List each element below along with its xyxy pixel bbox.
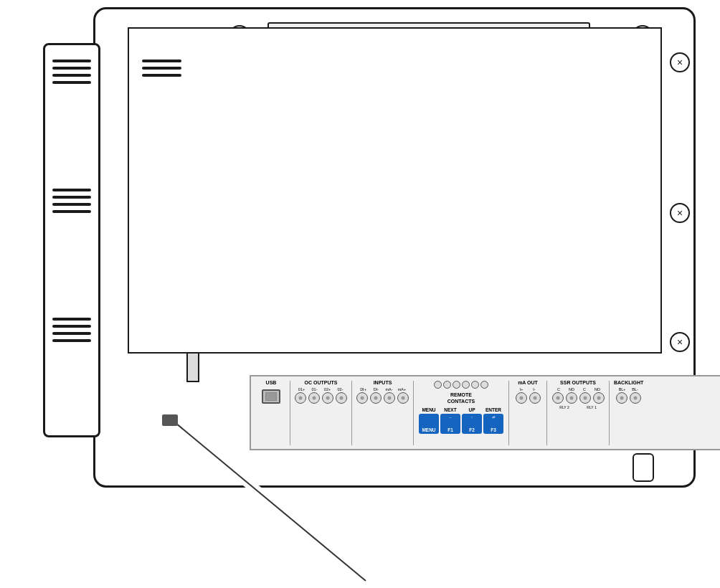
oc-sublabel-1: 01-: [309, 387, 321, 392]
backlight-sublabel-0: BL+: [617, 387, 628, 392]
next-top-label: NEXT: [440, 407, 460, 412]
ma-out-sublabels: I+ I-: [516, 387, 540, 392]
oc-terminal-3: [336, 392, 347, 404]
ssr-terminal-2: [579, 392, 591, 404]
backlight-terminals: [616, 392, 641, 404]
rc-dot-4: [471, 381, 479, 389]
oc-sublabel-3: 02-: [335, 387, 346, 392]
remote-buttons-section: REMOTECONTACTS MENU NEXT UP ENTER MENU: [418, 379, 504, 434]
btn-top-labels: MENU NEXT UP ENTER: [419, 407, 503, 412]
vent-lines-top: [142, 60, 181, 81]
left-side-panel: [43, 43, 100, 437]
ma-out-terminal-0: [516, 392, 527, 404]
oc-sublabels: 01+ 01- 02+ 02-: [296, 387, 346, 392]
menu-btn-label: MENU: [422, 427, 435, 432]
backlight-label: BACKLIGHT: [614, 379, 643, 386]
ssr-sublabels-top: C NO C NO: [553, 387, 603, 392]
remote-contacts-label: REMOTECONTACTS: [447, 392, 475, 404]
backlight-sublabel-1: BL-: [630, 387, 641, 392]
oc-terminal-1: [308, 392, 320, 404]
f2-arrow: ↑: [471, 415, 473, 419]
ssr-sublabel-1: NO: [566, 387, 577, 392]
usb-label: USB: [266, 379, 277, 386]
oc-outputs-label: OC OUTPUTS: [305, 379, 338, 386]
inputs-sublabel-3: mA+: [397, 387, 408, 392]
rc-dot-1: [443, 381, 451, 389]
usb-section: USB: [257, 379, 285, 406]
oc-terminal-0: [295, 392, 306, 404]
inputs-section: INPUTS DI+ DI- mA- mA+: [356, 379, 409, 404]
f2-button[interactable]: ↑ F2: [462, 414, 482, 434]
f3-btn-label: F3: [491, 427, 496, 432]
screw-right-middle: [670, 203, 690, 223]
enter-top-label: ENTER: [483, 407, 503, 412]
inputs-terminal-0: [356, 392, 368, 404]
ma-out-sublabel-1: I-: [529, 387, 540, 392]
inputs-sublabels: DI+ DI- mA- mA+: [358, 387, 408, 392]
inputs-sublabel-2: mA-: [384, 387, 395, 392]
f1-button[interactable]: → F1: [440, 414, 460, 434]
ssr-terminal-1: [566, 392, 577, 404]
ssr-terminals: [552, 392, 605, 404]
ssr-sublabel-0: C: [553, 387, 564, 392]
f2-btn-label: F2: [469, 427, 475, 432]
inputs-terminals: [356, 392, 409, 404]
bottom-right-notch: [633, 453, 654, 482]
inputs-sublabel-1: DI-: [371, 387, 382, 392]
rc-dot-2: [453, 381, 460, 389]
main-container: USB OC OUTPUTS 01+ 01- 02+ 02-: [0, 0, 720, 588]
ssr-outputs-section: SSR OUTPUTS C NO C NO RLY 2 RLY 1: [551, 379, 605, 410]
ssr-terminal-3: [593, 392, 605, 404]
ma-out-section: mA OUT I+ I-: [513, 379, 542, 404]
ma-out-label: mA OUT: [518, 379, 538, 386]
inputs-terminal-3: [397, 392, 409, 404]
usb-port: [262, 389, 280, 404]
button-row: MENU → F1 ↑ F2 ⏎ F3: [419, 414, 503, 434]
divider-6: [609, 381, 610, 445]
up-top-label: UP: [462, 407, 482, 412]
oc-outputs-section: OC OUTPUTS 01+ 01- 02+ 02-: [295, 379, 347, 404]
bottom-connector-panel: USB OC OUTPUTS 01+ 01- 02+ 02-: [250, 375, 720, 450]
f3-arrow: ⏎: [492, 415, 495, 419]
inputs-label: INPUTS: [374, 379, 392, 386]
backlight-sublabels: BL+ BL-: [617, 387, 641, 392]
ma-out-sublabel-0: I+: [516, 387, 527, 392]
divider-5: [546, 381, 547, 445]
ma-out-terminals: [516, 392, 541, 404]
oc-sublabel-0: 01+: [296, 387, 308, 392]
rc-dot-3: [462, 381, 470, 389]
ssr-rly1-label: RLY 1: [579, 405, 605, 409]
divider-1: [290, 381, 290, 445]
backlight-terminal-0: [616, 392, 627, 404]
inputs-terminal-2: [384, 392, 395, 404]
backlight-terminal-1: [630, 392, 641, 404]
ma-out-terminal-1: [529, 392, 541, 404]
ssr-sublabel-3: NO: [592, 387, 603, 392]
screw-right-bottom: [670, 332, 690, 352]
menu-button[interactable]: MENU: [419, 414, 439, 434]
oc-terminals: [295, 392, 347, 404]
ssr-sublabel-2: C: [579, 387, 590, 392]
ssr-rly2-label: RLY 2: [551, 405, 577, 409]
inputs-sublabel-0: DI+: [358, 387, 369, 392]
screw-right-top: [670, 52, 690, 72]
f3-button[interactable]: ⏎ F3: [483, 414, 503, 434]
divider-2: [351, 381, 352, 445]
usb-port-inner: [265, 392, 277, 401]
divider-4: [508, 381, 509, 445]
ssr-sublabels-bottom: RLY 2 RLY 1: [551, 405, 605, 409]
backlight-section: BACKLIGHT BL+ BL-: [614, 379, 643, 404]
menu-top-label: MENU: [419, 407, 439, 412]
device-body: USB OC OUTPUTS 01+ 01- 02+ 02-: [93, 7, 696, 488]
divider-3: [413, 381, 414, 445]
oc-sublabel-2: 02+: [322, 387, 333, 392]
buttons-area: MENU NEXT UP ENTER MENU → F1: [419, 407, 503, 434]
ssr-terminal-0: [552, 392, 564, 404]
oc-terminal-2: [322, 392, 333, 404]
remote-contacts-circles: [434, 381, 488, 389]
rc-dot-0: [434, 381, 442, 389]
rc-dot-5: [480, 381, 488, 389]
screen-area: [128, 27, 662, 354]
f1-arrow: →: [449, 415, 453, 419]
f1-btn-label: F1: [447, 427, 453, 432]
